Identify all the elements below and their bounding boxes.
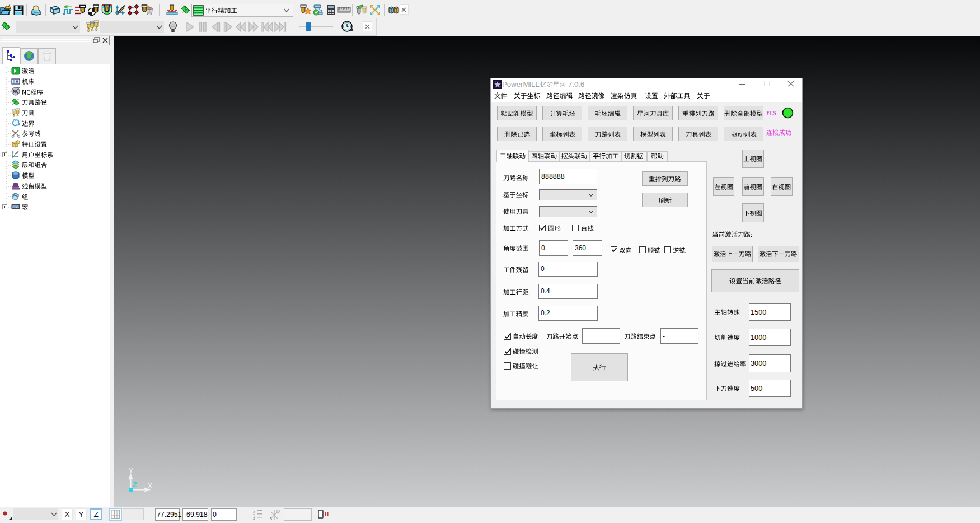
svg-text:Z: Z [253,517,255,520]
svg-text:Z: Z [133,480,137,489]
svg-text:Y: Y [129,467,133,475]
svg-text:X: X [148,482,152,490]
